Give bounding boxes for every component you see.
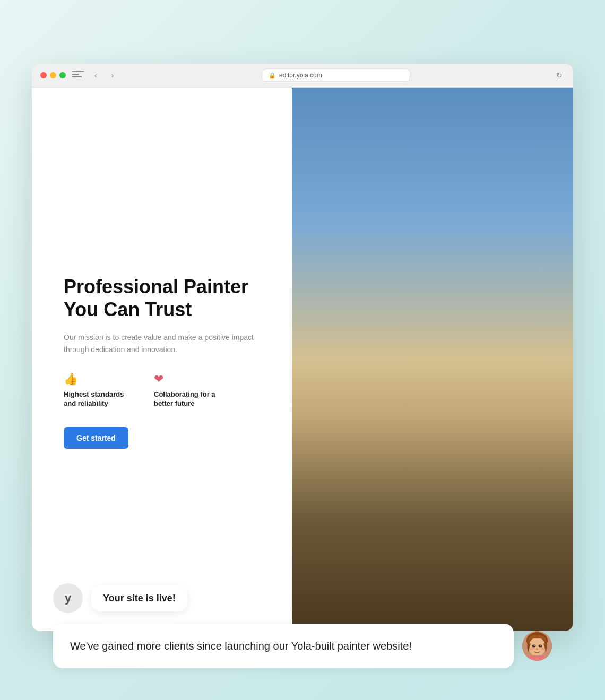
hero-title: Professional Painter You Can Trust — [64, 275, 265, 321]
address-bar-container: 🔒 editor.yola.com — [124, 69, 548, 82]
notification-row-1: y Your site is live! — [53, 583, 552, 613]
close-button[interactable] — [40, 72, 47, 78]
features-row: 👍 Highest standards and reliability ❤ Co… — [64, 372, 265, 408]
svg-rect-67 — [376, 373, 391, 383]
svg-rect-72 — [376, 430, 397, 437]
svg-rect-60 — [470, 181, 545, 233]
svg-rect-63 — [428, 462, 461, 547]
svg-rect-71 — [423, 416, 442, 425]
svg-point-78 — [376, 312, 470, 335]
svg-rect-74 — [325, 373, 376, 398]
svg-rect-0 — [292, 88, 573, 631]
svg-rect-56 — [358, 162, 452, 284]
svg-rect-70 — [386, 406, 409, 415]
website-content: Professional Painter You Can Trust Our m… — [32, 88, 573, 631]
maximize-button[interactable] — [59, 72, 66, 78]
svg-rect-89 — [561, 406, 567, 434]
svg-point-85 — [419, 358, 427, 364]
testimonial-bubble: We've gained more clients since launchin… — [53, 624, 514, 668]
notification-row-2: We've gained more clients since launchin… — [53, 624, 552, 668]
address-bar[interactable]: 🔒 editor.yola.com — [262, 69, 410, 82]
sidebar-toggle-icon[interactable] — [72, 71, 84, 80]
svg-point-109 — [534, 645, 535, 646]
svg-rect-75 — [540, 386, 573, 395]
forward-button[interactable]: › — [107, 70, 118, 81]
svg-point-87 — [453, 346, 464, 361]
svg-rect-79 — [381, 320, 465, 340]
notification-area: y Your site is live! We've gained more c… — [32, 552, 573, 700]
svg-rect-80 — [386, 322, 397, 329]
svg-rect-57 — [358, 162, 452, 284]
traffic-lights — [40, 72, 66, 78]
browser-chrome: ‹ › 🔒 editor.yola.com ↻ — [32, 64, 573, 88]
svg-rect-61 — [472, 183, 543, 231]
yola-avatar: y — [53, 583, 83, 613]
svg-rect-2 — [292, 88, 320, 631]
svg-rect-73 — [475, 365, 554, 404]
svg-point-108 — [539, 645, 542, 648]
thumbs-up-icon: 👍 — [64, 372, 133, 386]
svg-point-86 — [382, 346, 393, 361]
lock-icon: 🔒 — [269, 72, 276, 79]
svg-rect-69 — [433, 378, 450, 389]
svg-rect-82 — [437, 322, 448, 329]
hero-description: Our mission is to create value and make … — [64, 331, 265, 355]
feature-item-collaboration: ❤ Collaborating for a better future — [154, 372, 223, 408]
minimize-button[interactable] — [50, 72, 56, 78]
painter-image — [292, 88, 573, 631]
feature-item-standards: 👍 Highest standards and reliability — [64, 372, 133, 408]
svg-point-113 — [540, 647, 544, 650]
svg-point-84 — [430, 348, 439, 355]
svg-point-77 — [387, 317, 459, 383]
browser-window: ‹ › 🔒 editor.yola.com ↻ Professional Pai… — [32, 64, 573, 631]
svg-point-110 — [540, 645, 541, 646]
svg-rect-91 — [343, 520, 376, 530]
svg-point-111 — [536, 648, 539, 650]
svg-point-83 — [407, 348, 417, 355]
svg-rect-68 — [400, 388, 418, 395]
site-live-bubble: Your site is live! — [91, 585, 187, 611]
feature-label-collaboration: Collaborating for a better future — [154, 390, 223, 408]
left-panel: Professional Painter You Can Trust Our m… — [32, 88, 292, 631]
back-button[interactable]: ‹ — [90, 70, 101, 81]
svg-point-107 — [532, 645, 536, 648]
feature-label-standards: Highest standards and reliability — [64, 390, 133, 408]
svg-point-106 — [529, 637, 546, 657]
svg-rect-66 — [371, 369, 474, 471]
user-avatar — [522, 631, 552, 661]
svg-point-112 — [530, 647, 534, 650]
svg-rect-1 — [310, 88, 573, 631]
scene-illustration — [292, 88, 573, 631]
get-started-button[interactable]: Get started — [64, 427, 128, 449]
svg-rect-90 — [339, 519, 381, 552]
svg-rect-62 — [386, 462, 419, 547]
svg-rect-76 — [564, 382, 573, 399]
right-panel — [292, 88, 573, 631]
heart-icon: ❤ — [154, 372, 223, 386]
svg-point-88 — [545, 399, 573, 414]
svg-rect-81 — [409, 323, 424, 329]
url-text: editor.yola.com — [279, 72, 322, 79]
reload-button[interactable]: ↻ — [554, 70, 565, 81]
